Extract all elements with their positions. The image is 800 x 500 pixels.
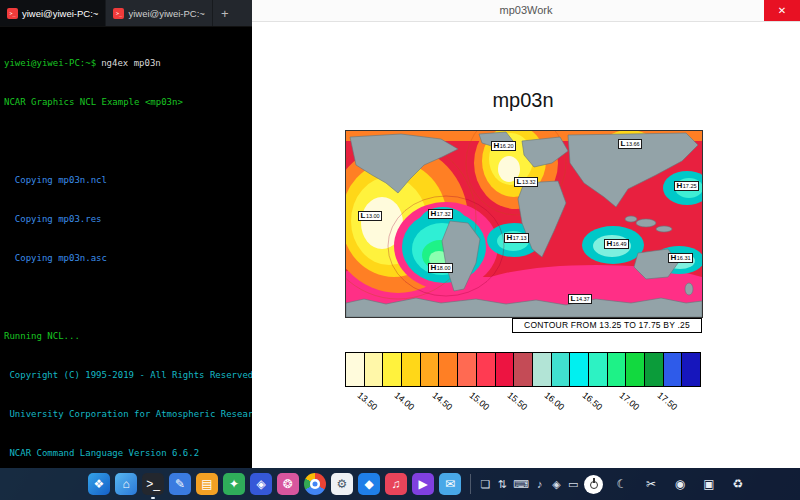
text-editor-icon: ✎ <box>169 473 191 495</box>
dock-terminal[interactable]: >_ <box>142 473 164 495</box>
terminal-window: yiwei@yiwei-PC:~ yiwei@yiwei-PC:~ + yiwe… <box>0 0 252 468</box>
colorbar-segment <box>496 353 515 386</box>
notes-icon: ◈ <box>250 473 272 495</box>
map-extremum-label: H17.13 <box>504 233 529 243</box>
dock-control-center[interactable]: ⚙ <box>331 473 353 495</box>
colorbar-tick-label: 15.00 <box>468 390 492 412</box>
plot-canvas: mp03n <box>252 22 800 468</box>
terminal-app-icon: >_ <box>142 473 164 495</box>
map-extremum-label: H16.20 <box>491 141 516 151</box>
movie-icon: ▶ <box>412 473 434 495</box>
contour-map: H16.20 L13.66 L13.32 H17.25 L13.00 H17.3… <box>345 130 703 318</box>
map-extremum-label: H17.32 <box>428 209 453 219</box>
colorbar-tick-label: 17.50 <box>656 390 680 412</box>
network-tray-icon[interactable]: ◈ <box>551 473 563 495</box>
wps-icon: ✦ <box>223 473 245 495</box>
terminal-tab-2[interactable]: yiwei@yiwei-PC:~ <box>106 0 212 26</box>
graphics-window-titlebar[interactable]: mp03Work ✕ <box>252 0 800 22</box>
usb-tray-icon[interactable]: ⇅ <box>496 473 508 495</box>
terminal-output[interactable]: yiwei@yiwei-PC:~$ng4ex mp03n NCAR Graphi… <box>0 27 252 465</box>
colorbar-segment <box>421 353 440 386</box>
terminal-line <box>4 135 248 148</box>
map-extremum-label: H18.00 <box>428 263 453 273</box>
dock-separator <box>470 474 471 494</box>
colorbar-segment <box>439 353 458 386</box>
colorbar-segment <box>383 353 402 386</box>
terminal-line: Copying mp03n.ncl <box>4 174 248 187</box>
screen-recorder-icon[interactable]: ◉ <box>670 477 690 491</box>
terminal-line: University Corporation for Atmospheric R… <box>4 408 248 421</box>
photos-icon: ❂ <box>277 473 299 495</box>
terminal-line: NCAR Command Language Version 6.6.2 <box>4 447 248 460</box>
desktop: yiwei@yiwei-PC:~ yiwei@yiwei-PC:~ + yiwe… <box>0 0 800 500</box>
terminal-line: Copying mp03n.asc <box>4 252 248 265</box>
dock-music[interactable]: ♫ <box>385 473 407 495</box>
settings-gear-icon: ⚙ <box>331 473 353 495</box>
map-image <box>346 131 702 317</box>
dock-mail[interactable]: ✉ <box>439 473 461 495</box>
terminal-tab-2-label: yiwei@yiwei-PC:~ <box>128 8 204 19</box>
power-button[interactable] <box>584 475 603 494</box>
display-tray-icon[interactable]: ❏ <box>480 473 492 495</box>
new-tab-button[interactable]: + <box>213 0 237 26</box>
night-mode-icon[interactable]: ☾ <box>612 477 632 491</box>
trash-icon[interactable]: ♻ <box>728 477 748 491</box>
map-extremum-label: L14.37 <box>568 294 592 304</box>
colorbar-tick-label: 17.00 <box>618 390 642 412</box>
terminal-tab-1[interactable]: yiwei@yiwei-PC:~ <box>0 0 106 26</box>
terminal-icon <box>113 8 124 19</box>
colorbar-segment <box>608 353 627 386</box>
colorbar-segment <box>552 353 571 386</box>
dock-launcher[interactable]: ❖ <box>88 473 110 495</box>
colorbar-segment <box>477 353 496 386</box>
clipboard-icon[interactable]: ▣ <box>699 477 719 491</box>
dock-documents[interactable]: ▤ <box>196 473 218 495</box>
terminal-prompt-line: yiwei@yiwei-PC:~$ng4ex mp03n <box>4 57 248 70</box>
colorbar-swatches <box>345 352 701 387</box>
chrome-icon <box>304 473 326 495</box>
dock-movies[interactable]: ▶ <box>412 473 434 495</box>
colorbar-segment <box>589 353 608 386</box>
graphics-window: mp03Work ✕ mp03n <box>252 0 800 468</box>
launcher-icon: ❖ <box>88 473 110 495</box>
colorbar-segment <box>682 353 700 386</box>
dock-app-store[interactable]: ◆ <box>358 473 380 495</box>
dock-photos[interactable]: ❂ <box>277 473 299 495</box>
colorbar-tick-label: 16.50 <box>581 390 605 412</box>
screenshot-icon[interactable]: ✂ <box>641 477 661 491</box>
keyboard-tray-icon[interactable]: ⌨ <box>513 473 529 495</box>
map-extremum-label: L13.66 <box>618 139 642 149</box>
colorbar-segment <box>365 353 384 386</box>
contour-info-box: CONTOUR FROM 13.25 TO 17.75 BY .25 <box>512 318 702 333</box>
colorbar-segment <box>626 353 645 386</box>
battery-tray-icon[interactable]: ▭ <box>567 473 579 495</box>
folder-icon: ▤ <box>196 473 218 495</box>
terminal-icon <box>7 8 18 19</box>
sound-tray-icon[interactable]: ♪ <box>534 473 546 495</box>
colorbar-segment <box>664 353 683 386</box>
window-title: mp03Work <box>252 0 800 21</box>
dock: ❖ ⌂ >_ ✎ ▤ ✦ ◈ ❂ ⚙ ◆ ♫ ▶ ✉ ❏ ⇅ ⌨ ♪ ◈ ▭ ☾… <box>0 468 800 500</box>
map-extremum-label: H17.25 <box>674 181 699 191</box>
colorbar-tick-label: 15.50 <box>506 390 530 412</box>
dock-chrome[interactable] <box>304 473 326 495</box>
dock-text-editor[interactable]: ✎ <box>169 473 191 495</box>
terminal-prompt: yiwei@yiwei-PC:~$ <box>4 58 96 68</box>
terminal-tabbar: yiwei@yiwei-PC:~ yiwei@yiwei-PC:~ + <box>0 0 252 27</box>
dock-right-group: ☾ ✂ ◉ ▣ ♻ <box>584 475 790 494</box>
mail-icon: ✉ <box>439 473 461 495</box>
map-extremum-label: H16.49 <box>604 239 629 249</box>
colorbar-tick-label: 14.00 <box>393 390 417 412</box>
map-extremum-label: L13.00 <box>358 211 382 221</box>
colorbar-segment <box>533 353 552 386</box>
terminal-line: Copyright (C) 1995-2019 - All Rights Res… <box>4 369 248 382</box>
terminal-line: NCAR Graphics NCL Example <mp03n> <box>4 96 248 109</box>
dock-notes[interactable]: ◈ <box>250 473 272 495</box>
plot-title: mp03n <box>345 89 701 112</box>
dock-wps[interactable]: ✦ <box>223 473 245 495</box>
dock-file-manager[interactable]: ⌂ <box>115 473 137 495</box>
close-button[interactable]: ✕ <box>764 0 800 21</box>
colorbar-segment <box>458 353 477 386</box>
terminal-line <box>4 291 248 304</box>
app-store-icon: ◆ <box>358 473 380 495</box>
